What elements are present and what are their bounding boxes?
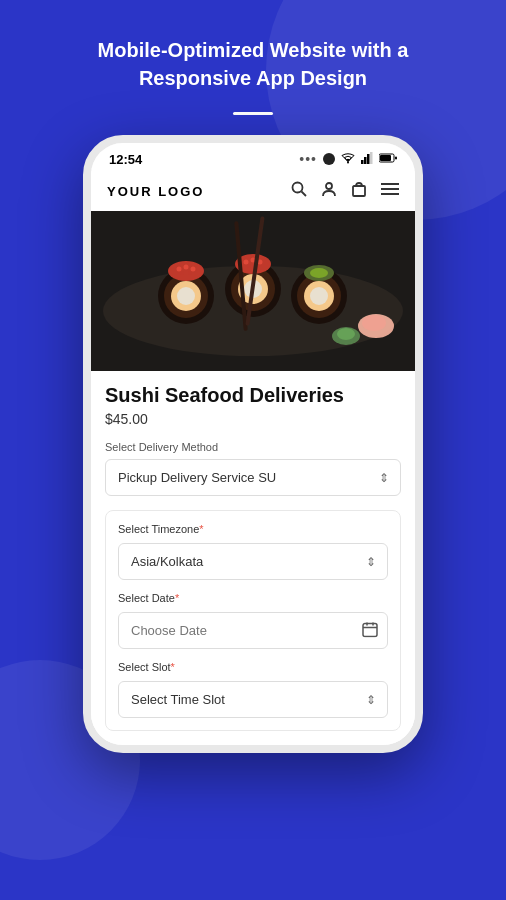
product-title: Sushi Seafood Deliveries — [105, 383, 401, 407]
timezone-wrapper: Asia/Kolkata — [118, 543, 388, 580]
svg-point-40 — [310, 287, 328, 305]
status-dots: ••• — [299, 151, 317, 167]
header-line-2: Responsive App Design — [139, 67, 367, 89]
svg-point-22 — [177, 267, 182, 272]
svg-point-24 — [191, 267, 196, 272]
date-input[interactable] — [118, 612, 388, 649]
svg-rect-7 — [395, 157, 397, 160]
slot-select[interactable]: Select Time Slot — [118, 681, 388, 718]
phone-frame: 12:54 ••• — [83, 135, 423, 753]
sushi-svg — [91, 211, 415, 371]
svg-rect-11 — [353, 186, 365, 196]
form-section: Select Delivery Method Pickup Delivery S… — [91, 441, 415, 745]
date-input-wrapper — [118, 612, 388, 649]
signal-icon — [361, 152, 373, 167]
svg-point-25 — [180, 271, 184, 275]
nav-bar: YOUR LOGO — [91, 171, 415, 211]
product-price: $45.00 — [105, 411, 401, 427]
bag-icon[interactable] — [351, 181, 367, 201]
user-icon[interactable] — [321, 181, 337, 201]
delivery-method-wrapper: Pickup Delivery Service SU — [105, 459, 401, 496]
svg-point-42 — [310, 268, 328, 278]
wifi-icon — [341, 152, 355, 167]
svg-point-26 — [188, 271, 192, 275]
camera-notch — [323, 153, 335, 165]
svg-point-32 — [244, 260, 249, 265]
status-icons: ••• — [299, 151, 397, 167]
svg-rect-6 — [380, 155, 391, 161]
header-line-1: Mobile-Optimized Website with a — [98, 39, 409, 61]
date-label: Select Date* — [118, 592, 388, 604]
inner-card: Select Timezone* Asia/Kolkata Select Dat… — [105, 510, 401, 731]
svg-point-20 — [177, 287, 195, 305]
svg-point-35 — [247, 264, 251, 268]
svg-point-21 — [168, 261, 204, 281]
status-time: 12:54 — [109, 152, 142, 167]
svg-rect-4 — [370, 152, 373, 164]
product-info: Sushi Seafood Deliveries $45.00 — [91, 371, 415, 427]
timezone-label: Select Timezone* — [118, 523, 388, 535]
svg-point-46 — [362, 315, 386, 331]
svg-rect-3 — [367, 154, 370, 164]
svg-point-10 — [326, 183, 332, 189]
page-header: Mobile-Optimized Website with a Responsi… — [58, 36, 449, 92]
svg-point-0 — [347, 161, 349, 163]
timezone-select[interactable]: Asia/Kolkata — [118, 543, 388, 580]
search-icon[interactable] — [291, 181, 307, 201]
product-image — [91, 211, 415, 371]
svg-line-9 — [302, 192, 307, 197]
svg-rect-2 — [364, 157, 367, 164]
svg-point-8 — [293, 183, 303, 193]
slot-label: Select Slot* — [118, 661, 388, 673]
svg-point-23 — [184, 265, 189, 270]
logo: YOUR LOGO — [107, 184, 204, 199]
svg-point-48 — [337, 328, 355, 340]
phone-content: YOUR LOGO — [91, 171, 415, 745]
slot-required: * — [171, 661, 175, 673]
status-bar: 12:54 ••• — [91, 143, 415, 171]
delivery-method-select[interactable]: Pickup Delivery Service SU — [105, 459, 401, 496]
timezone-required: * — [199, 523, 203, 535]
header-divider — [233, 112, 273, 115]
delivery-method-label: Select Delivery Method — [105, 441, 401, 453]
calendar-icon — [362, 621, 378, 640]
battery-icon — [379, 152, 397, 166]
nav-icons — [291, 181, 399, 201]
sushi-plate — [91, 211, 415, 371]
menu-icon[interactable] — [381, 182, 399, 200]
svg-rect-49 — [363, 623, 377, 636]
slot-wrapper: Select Time Slot — [118, 681, 388, 718]
date-required: * — [175, 592, 179, 604]
svg-rect-1 — [361, 160, 364, 164]
